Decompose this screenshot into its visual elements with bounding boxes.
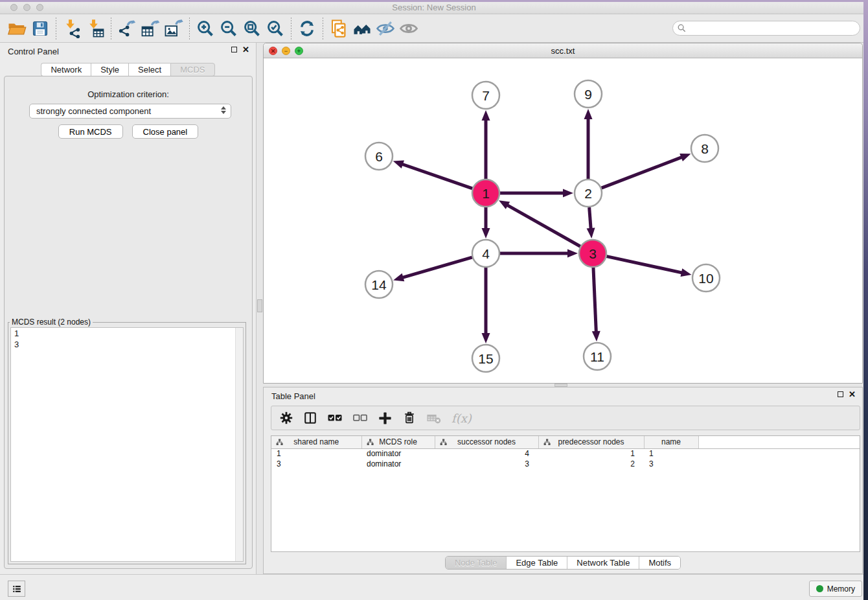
table-cell[interactable]: dominator [361,459,435,469]
tab-edge-table[interactable]: Edge Table [506,557,567,569]
show-panels-menu-button[interactable] [8,581,25,597]
delete-table-button[interactable] [426,409,442,427]
network-window-titlebar[interactable]: ✕ − + scc.txt [264,43,862,58]
zoom-in-button[interactable] [194,17,217,40]
control-panel: Control Panel ✕ NetworkStyleSelectMCDS O… [0,43,257,574]
table-cell[interactable]: 1 [271,448,361,459]
function-builder-button[interactable]: f(x) [451,409,472,427]
zoom-out-button[interactable] [217,17,240,40]
result-scrollbar[interactable] [235,328,243,561]
show-all-button[interactable] [397,17,420,40]
graph-edge-3-10[interactable] [606,257,683,273]
table-cell[interactable]: 3 [644,459,698,469]
export-table-button[interactable] [139,17,162,40]
table-cell[interactable]: 1 [644,448,698,459]
refresh-layout-icon [298,19,316,38]
window-title: Session: New Session [0,3,868,12]
import-table-button[interactable] [84,17,107,40]
search-icon [678,24,686,32]
tab-node-table[interactable]: Node Table [446,557,507,569]
zoom-fit-button[interactable] [240,17,264,40]
table-cell[interactable]: 2 [538,459,644,469]
table-cell-filler [698,448,860,459]
close-panel-icon[interactable]: ✕ [242,46,249,53]
mcds-result-text[interactable]: 13 [10,327,244,562]
desktop-background [0,0,868,2]
export-network-button[interactable] [115,17,139,40]
node-table[interactable]: shared nameMCDS rolesuccessor nodesprede… [271,435,860,552]
float-panel-icon[interactable] [231,47,237,52]
hide-selected-button[interactable] [374,17,397,40]
table-row[interactable]: 3dominator323 [271,459,860,469]
column-header-shared-name[interactable]: shared name [271,436,361,448]
save-session-button[interactable] [29,17,52,40]
tab-motifs[interactable]: Motifs [639,557,680,569]
table-cell[interactable]: 3 [271,459,361,469]
first-neighbors-button[interactable] [350,17,374,40]
graph-edge-2-3[interactable] [589,207,591,230]
tab-network-table[interactable]: Network Table [567,557,639,569]
graph-edge-1-6[interactable] [401,164,472,189]
control-panel-title: Control Panel [8,47,59,56]
unselect-all-columns-button[interactable] [352,409,368,427]
run-mcds-button[interactable]: Run MCDS [58,124,123,139]
column-header-label: MCDS role [379,437,417,446]
graph-edge-3-1[interactable] [506,205,580,247]
function-builder-icon: f(x) [451,411,472,425]
duplicate-network-icon [329,19,348,38]
export-table-icon [141,19,160,38]
tab-style[interactable]: Style [91,63,128,76]
table-cell[interactable]: 3 [435,459,538,469]
open-session-button[interactable] [5,17,29,40]
column-header-successor-nodes[interactable]: successor nodes [435,436,538,448]
import-network-button[interactable] [60,17,84,40]
refresh-layout-button[interactable] [295,17,319,40]
graph-node-label: 9 [584,87,592,102]
tab-mcds[interactable]: MCDS [170,63,214,76]
criterion-dropdown[interactable]: strongly connected component [29,104,231,119]
edge-arrow-icon [567,249,578,258]
mcds-result-line: 1 [11,328,243,339]
toolbar-separator [56,17,56,40]
create-new-column-button[interactable] [378,409,393,427]
mcds-result-box: MCDS result (2 nodes) 13 [8,317,246,564]
column-header-MCDS-role[interactable]: MCDS role [361,436,435,448]
memory-button[interactable]: Memory [809,581,862,597]
duplicate-network-button[interactable] [327,17,350,40]
edge-arrow-icon [592,331,600,341]
toolbar-separator [189,17,190,40]
graph-edge-3-11[interactable] [593,268,596,333]
search-input[interactable] [672,21,860,36]
table-cell[interactable]: 1 [538,448,644,459]
column-header-name[interactable]: name [644,436,698,448]
table-settings-button[interactable] [279,409,293,427]
column-hierarchy-icon [367,439,374,446]
zoom-selected-button[interactable] [264,17,287,40]
select-all-columns-button[interactable] [327,409,343,427]
float-panel-icon[interactable] [838,391,843,397]
show-column-panel-button[interactable] [303,409,317,427]
control-panel-tabs: NetworkStyleSelectMCDS [0,63,256,76]
memory-status-icon [816,585,823,592]
table-cell[interactable]: dominator [361,448,435,459]
tab-network[interactable]: Network [41,63,91,76]
column-header-predecessor-nodes[interactable]: predecessor nodes [538,436,644,448]
column-hierarchy-icon [276,439,283,446]
optimization-criterion-label: Optimization criterion: [5,89,252,99]
graph-edge-2-8[interactable] [602,157,683,188]
table-cell[interactable]: 4 [435,448,538,459]
import-table-icon [86,19,105,38]
delete-column-button[interactable] [402,409,417,427]
select-all-icon [327,410,343,426]
vertical-splitter-handle[interactable] [257,299,262,312]
close-panel-button[interactable]: Close panel [132,124,199,139]
tab-select[interactable]: Select [128,63,170,76]
close-panel-icon[interactable]: ✕ [849,391,856,398]
toolbar-separator [111,17,111,40]
graph-edge-4-14[interactable] [402,257,472,278]
network-canvas[interactable]: 7968124314101511 [264,58,862,383]
edge-arrow-icon [482,333,490,343]
table-row[interactable]: 1dominator411 [271,448,860,459]
graph-node-label: 2 [584,186,592,201]
export-image-button[interactable] [162,17,185,40]
